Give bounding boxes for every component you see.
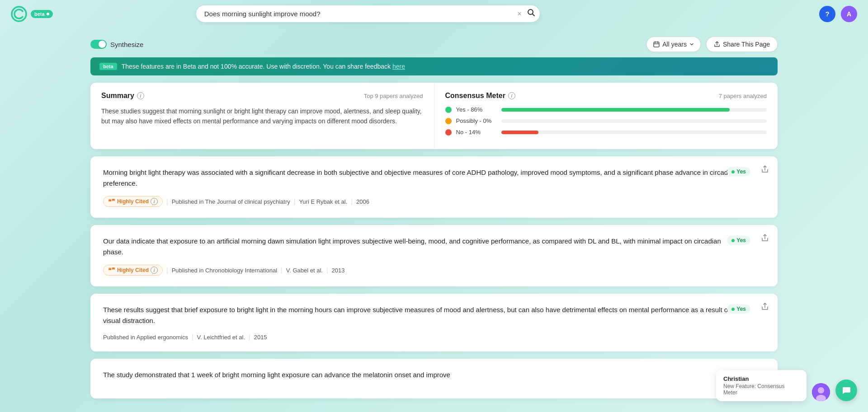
- banner-link[interactable]: here: [392, 63, 405, 70]
- header-right: ? A: [819, 6, 857, 22]
- verdict-label-2: Yes: [736, 306, 746, 312]
- consensus-fill-yes: [501, 108, 730, 112]
- result-card-0: Yes Morning bright light therapy was ass…: [90, 156, 778, 218]
- yes-dot-2: [731, 308, 735, 311]
- verdict-label-0: Yes: [736, 169, 746, 175]
- highly-cited-info-1[interactable]: i: [151, 267, 158, 274]
- beta-badge: beta: [31, 10, 53, 18]
- svg-point-8: [818, 387, 824, 393]
- summary-info-icon[interactable]: i: [137, 92, 144, 99]
- avatar-button[interactable]: A: [841, 6, 857, 22]
- summary-consensus-panel: Summary i Top 9 papers analyzed These st…: [90, 83, 778, 149]
- chat-message: New Feature: Consensus Meter: [723, 383, 799, 396]
- chat-open-button[interactable]: [835, 379, 857, 401]
- highly-cited-label-0: Highly Cited: [117, 198, 149, 205]
- consensus-info-icon[interactable]: i: [508, 92, 515, 99]
- search-bar: ×: [196, 5, 540, 22]
- chevron-down-icon: [689, 42, 694, 47]
- consensus-fill-no: [501, 131, 538, 134]
- consensus-label-yes: Yes - 86%: [456, 106, 497, 113]
- result-author-1: V. Gabel et al.: [286, 267, 323, 274]
- share-card-button-2[interactable]: [761, 303, 769, 312]
- consensus-dot-possibly: [445, 118, 452, 124]
- yes-dot-1: [731, 239, 735, 242]
- search-clear-icon[interactable]: ×: [517, 10, 521, 18]
- synthesize-toggle[interactable]: Synthesize: [90, 40, 143, 49]
- verdict-badge-0: Yes: [727, 167, 750, 176]
- consensus-dot-no: [445, 129, 452, 136]
- controls-row: Synthesize All years Share This Page: [0, 31, 868, 57]
- search-button[interactable]: [527, 9, 535, 19]
- consensus-header: Consensus Meter i 7 papers analyzed: [445, 92, 767, 100]
- chat-avatar: [812, 383, 830, 401]
- share-card-button-1[interactable]: [761, 234, 769, 243]
- result-journal-0: Published in The Journal of clinical psy…: [172, 198, 290, 205]
- verdict-badge-2: Yes: [727, 304, 750, 314]
- yes-dot-0: [731, 170, 735, 173]
- summary-title: Summary: [101, 92, 134, 100]
- divider-0: |: [166, 198, 168, 205]
- consensus-item-no: No - 14%: [445, 129, 767, 136]
- years-label: All years: [662, 41, 687, 48]
- divider-1b: |: [281, 267, 283, 274]
- result-card-1: Yes Our data indicate that exposure to a…: [90, 225, 778, 286]
- result-card-3: Yes The study demonstrated that 1 week o…: [90, 359, 778, 398]
- help-button[interactable]: ?: [819, 6, 835, 22]
- years-dropdown[interactable]: All years: [646, 37, 701, 52]
- toggle-switch[interactable]: [90, 40, 107, 49]
- verdict-label-1: Yes: [736, 237, 746, 243]
- main-content: Summary i Top 9 papers analyzed These st…: [0, 75, 868, 412]
- consensus-label-possibly: Possibly - 0%: [456, 117, 497, 124]
- search-input[interactable]: [196, 5, 540, 22]
- verdict-badge-1: Yes: [727, 236, 750, 245]
- result-year-0: 2006: [356, 198, 369, 205]
- summary-text: These studies suggest that morning sunli…: [101, 106, 423, 126]
- highly-cited-info-0[interactable]: i: [151, 198, 158, 205]
- result-meta-0: ❝❞ Highly Cited i | Published in The Jou…: [103, 196, 765, 207]
- consensus-bar-no: [501, 131, 767, 134]
- consensus-item-possibly: Possibly - 0%: [445, 117, 767, 124]
- consensus-label-no: No - 14%: [456, 129, 497, 136]
- beta-banner: beta These features are in Beta and not …: [90, 57, 778, 75]
- consensus-bar-yes: [501, 108, 767, 112]
- highly-cited-label-1: Highly Cited: [117, 267, 149, 273]
- controls-right: All years Share This Page: [646, 37, 778, 52]
- svg-rect-3: [654, 42, 659, 47]
- consensus-dot-yes: [445, 107, 452, 113]
- divider-1c: |: [326, 267, 328, 274]
- result-author-0: Yuri E Rybak et al.: [299, 198, 347, 205]
- beta-dot: [47, 13, 49, 15]
- divider-0b: |: [294, 198, 296, 205]
- logo-area: beta: [11, 6, 53, 22]
- share-card-button-0[interactable]: [761, 165, 769, 175]
- result-text-1: Our data indicate that exposure to an ar…: [103, 236, 765, 258]
- share-button[interactable]: Share This Page: [706, 37, 778, 52]
- result-year-2: 2015: [254, 334, 267, 341]
- svg-line-2: [532, 14, 534, 16]
- banner-beta-tag: beta: [99, 63, 117, 70]
- summary-title-group: Summary i: [101, 92, 144, 100]
- logo-icon: [11, 6, 27, 22]
- summary-papers-count: Top 9 papers analyzed: [364, 93, 423, 99]
- result-meta-2: Published in Applied ergonomics | V. Lei…: [103, 333, 765, 341]
- result-text-0: Morning bright light therapy was associa…: [103, 167, 765, 189]
- consensus-item-yes: Yes - 86%: [445, 106, 767, 113]
- synthesize-label: Synthesize: [110, 41, 143, 48]
- result-author-2: V. Leichtfried et al.: [197, 334, 245, 341]
- share-label: Share This Page: [723, 41, 770, 48]
- consensus-items: Yes - 86% Possibly - 0% No - 14%: [445, 106, 767, 136]
- chat-widget: Christian New Feature: Consensus Meter: [716, 370, 857, 401]
- consensus-title: Consensus Meter: [445, 92, 505, 100]
- result-journal-1: Published in Chronobiology International: [172, 267, 277, 274]
- consensus-bar-possibly: [501, 119, 767, 123]
- chat-name: Christian: [723, 375, 799, 382]
- calendar-icon: [653, 41, 660, 47]
- result-journal-2: Published in Applied ergonomics: [103, 334, 188, 341]
- result-text-3: The study demonstrated that 1 week of br…: [103, 370, 765, 380]
- highly-cited-badge-1: ❝❞ Highly Cited i: [103, 265, 163, 276]
- summary-header: Summary i Top 9 papers analyzed: [101, 92, 423, 100]
- highly-cited-badge-0: ❝❞ Highly Cited i: [103, 196, 163, 207]
- divider-0c: |: [351, 198, 353, 205]
- banner-message: These features are in Beta and not 100% …: [122, 63, 405, 70]
- consensus-papers-count: 7 papers analyzed: [719, 93, 767, 99]
